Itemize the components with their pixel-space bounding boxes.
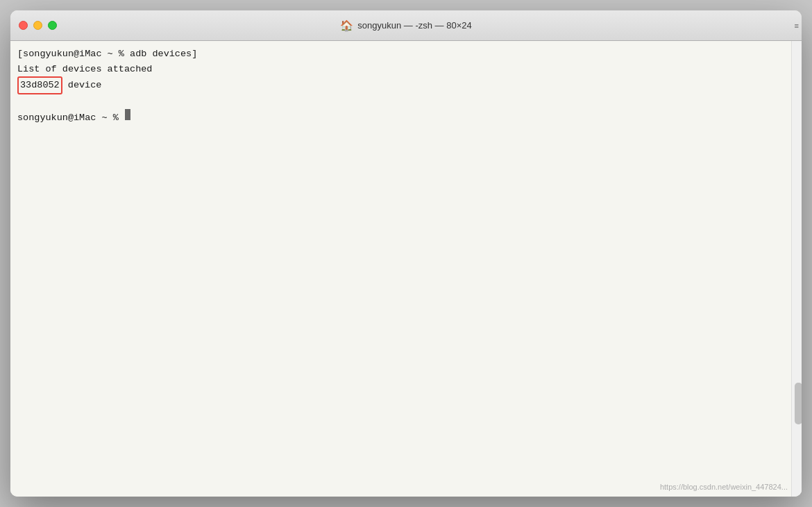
list-output-text: List of devices attached [17, 62, 152, 77]
device-status-text: device [62, 78, 102, 93]
window-title: 🏠 songyukun — -zsh — 80×24 [340, 19, 471, 32]
scrollbar-track[interactable] [791, 41, 802, 497]
terminal-window: 🏠 songyukun — -zsh — 80×24 ≡ [songyukun@… [10, 10, 802, 497]
terminal-line-command: [songyukun@iMac ~ % adb devices] [17, 47, 784, 62]
terminal-line-list: List of devices attached [17, 62, 784, 77]
terminal-area[interactable]: [songyukun@iMac ~ % adb devices] List of… [10, 41, 802, 497]
terminal-line-empty [17, 94, 784, 110]
device-id-text: 33d8052 [17, 76, 62, 94]
terminal-line-prompt: songyukun@iMac ~ % [17, 109, 784, 126]
title-text: songyukun — -zsh — 80×24 [357, 20, 471, 31]
maximize-button[interactable] [48, 21, 57, 30]
idle-prompt-text: songyukun@iMac ~ % [17, 110, 124, 126]
minimize-button[interactable] [33, 21, 42, 30]
scroll-icon: ≡ [795, 22, 799, 30]
cursor-block [125, 109, 130, 120]
house-icon: 🏠 [340, 19, 353, 32]
terminal-line-device: 33d8052 device [17, 76, 784, 94]
prompt-text: [songyukun@iMac ~ % adb devices] [17, 47, 197, 62]
scrollbar-thumb[interactable] [795, 383, 802, 424]
close-button[interactable] [19, 21, 28, 30]
watermark-text: https://blog.csdn.net/weixin_447824... [660, 483, 788, 491]
terminal-output: [songyukun@iMac ~ % adb devices] List of… [10, 41, 802, 131]
traffic-lights [19, 21, 57, 30]
titlebar: 🏠 songyukun — -zsh — 80×24 ≡ [10, 10, 802, 41]
